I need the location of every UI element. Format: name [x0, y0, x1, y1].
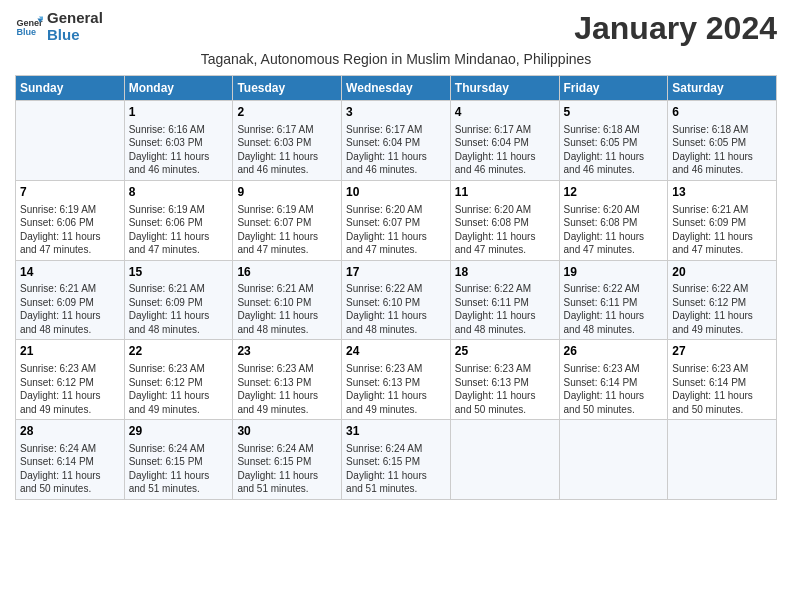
day-info: Sunrise: 6:20 AM Sunset: 6:08 PM Dayligh…	[455, 203, 555, 257]
day-cell: 14Sunrise: 6:21 AM Sunset: 6:09 PM Dayli…	[16, 260, 125, 340]
day-number: 6	[672, 104, 772, 121]
day-number: 9	[237, 184, 337, 201]
day-info: Sunrise: 6:20 AM Sunset: 6:08 PM Dayligh…	[564, 203, 664, 257]
day-cell: 9Sunrise: 6:19 AM Sunset: 6:07 PM Daylig…	[233, 180, 342, 260]
day-cell: 8Sunrise: 6:19 AM Sunset: 6:06 PM Daylig…	[124, 180, 233, 260]
week-row-1: 7Sunrise: 6:19 AM Sunset: 6:06 PM Daylig…	[16, 180, 777, 260]
day-cell: 26Sunrise: 6:23 AM Sunset: 6:14 PM Dayli…	[559, 340, 668, 420]
day-cell: 13Sunrise: 6:21 AM Sunset: 6:09 PM Dayli…	[668, 180, 777, 260]
day-number: 1	[129, 104, 229, 121]
day-info: Sunrise: 6:24 AM Sunset: 6:14 PM Dayligh…	[20, 442, 120, 496]
day-info: Sunrise: 6:16 AM Sunset: 6:03 PM Dayligh…	[129, 123, 229, 177]
day-cell: 16Sunrise: 6:21 AM Sunset: 6:10 PM Dayli…	[233, 260, 342, 340]
day-info: Sunrise: 6:18 AM Sunset: 6:05 PM Dayligh…	[564, 123, 664, 177]
day-number: 31	[346, 423, 446, 440]
day-number: 29	[129, 423, 229, 440]
day-cell: 4Sunrise: 6:17 AM Sunset: 6:04 PM Daylig…	[450, 101, 559, 181]
day-number: 18	[455, 264, 555, 281]
logo-icon: General Blue	[15, 13, 43, 41]
day-info: Sunrise: 6:17 AM Sunset: 6:04 PM Dayligh…	[346, 123, 446, 177]
day-header-tuesday: Tuesday	[233, 76, 342, 101]
day-cell: 27Sunrise: 6:23 AM Sunset: 6:14 PM Dayli…	[668, 340, 777, 420]
day-number: 7	[20, 184, 120, 201]
day-info: Sunrise: 6:21 AM Sunset: 6:09 PM Dayligh…	[129, 282, 229, 336]
day-info: Sunrise: 6:22 AM Sunset: 6:11 PM Dayligh…	[564, 282, 664, 336]
week-row-3: 21Sunrise: 6:23 AM Sunset: 6:12 PM Dayli…	[16, 340, 777, 420]
day-cell: 21Sunrise: 6:23 AM Sunset: 6:12 PM Dayli…	[16, 340, 125, 420]
day-number: 27	[672, 343, 772, 360]
day-number: 12	[564, 184, 664, 201]
day-info: Sunrise: 6:23 AM Sunset: 6:13 PM Dayligh…	[455, 362, 555, 416]
week-row-4: 28Sunrise: 6:24 AM Sunset: 6:14 PM Dayli…	[16, 420, 777, 500]
day-number: 22	[129, 343, 229, 360]
day-cell: 23Sunrise: 6:23 AM Sunset: 6:13 PM Dayli…	[233, 340, 342, 420]
calendar-subtitle: Taganak, Autonomous Region in Muslim Min…	[15, 51, 777, 67]
logo-line2: Blue	[47, 27, 103, 44]
day-number: 25	[455, 343, 555, 360]
day-cell: 20Sunrise: 6:22 AM Sunset: 6:12 PM Dayli…	[668, 260, 777, 340]
day-cell: 10Sunrise: 6:20 AM Sunset: 6:07 PM Dayli…	[342, 180, 451, 260]
day-number: 5	[564, 104, 664, 121]
svg-text:Blue: Blue	[16, 27, 36, 37]
day-number: 2	[237, 104, 337, 121]
day-cell: 19Sunrise: 6:22 AM Sunset: 6:11 PM Dayli…	[559, 260, 668, 340]
day-number: 19	[564, 264, 664, 281]
day-info: Sunrise: 6:22 AM Sunset: 6:10 PM Dayligh…	[346, 282, 446, 336]
day-cell: 12Sunrise: 6:20 AM Sunset: 6:08 PM Dayli…	[559, 180, 668, 260]
day-info: Sunrise: 6:18 AM Sunset: 6:05 PM Dayligh…	[672, 123, 772, 177]
day-header-sunday: Sunday	[16, 76, 125, 101]
day-info: Sunrise: 6:24 AM Sunset: 6:15 PM Dayligh…	[129, 442, 229, 496]
day-number: 16	[237, 264, 337, 281]
day-info: Sunrise: 6:21 AM Sunset: 6:09 PM Dayligh…	[20, 282, 120, 336]
day-cell: 3Sunrise: 6:17 AM Sunset: 6:04 PM Daylig…	[342, 101, 451, 181]
day-cell	[559, 420, 668, 500]
day-info: Sunrise: 6:23 AM Sunset: 6:12 PM Dayligh…	[20, 362, 120, 416]
day-info: Sunrise: 6:20 AM Sunset: 6:07 PM Dayligh…	[346, 203, 446, 257]
day-number: 23	[237, 343, 337, 360]
day-cell: 5Sunrise: 6:18 AM Sunset: 6:05 PM Daylig…	[559, 101, 668, 181]
day-cell: 30Sunrise: 6:24 AM Sunset: 6:15 PM Dayli…	[233, 420, 342, 500]
day-cell: 25Sunrise: 6:23 AM Sunset: 6:13 PM Dayli…	[450, 340, 559, 420]
day-info: Sunrise: 6:23 AM Sunset: 6:14 PM Dayligh…	[672, 362, 772, 416]
day-number: 8	[129, 184, 229, 201]
day-header-friday: Friday	[559, 76, 668, 101]
day-cell: 24Sunrise: 6:23 AM Sunset: 6:13 PM Dayli…	[342, 340, 451, 420]
day-number: 28	[20, 423, 120, 440]
day-info: Sunrise: 6:24 AM Sunset: 6:15 PM Dayligh…	[237, 442, 337, 496]
day-cell: 22Sunrise: 6:23 AM Sunset: 6:12 PM Dayli…	[124, 340, 233, 420]
day-number: 24	[346, 343, 446, 360]
day-number: 20	[672, 264, 772, 281]
day-info: Sunrise: 6:21 AM Sunset: 6:10 PM Dayligh…	[237, 282, 337, 336]
day-info: Sunrise: 6:21 AM Sunset: 6:09 PM Dayligh…	[672, 203, 772, 257]
day-number: 26	[564, 343, 664, 360]
logo: General Blue General Blue	[15, 10, 103, 43]
week-row-2: 14Sunrise: 6:21 AM Sunset: 6:09 PM Dayli…	[16, 260, 777, 340]
calendar-header-row: SundayMondayTuesdayWednesdayThursdayFrid…	[16, 76, 777, 101]
day-header-saturday: Saturday	[668, 76, 777, 101]
day-number: 4	[455, 104, 555, 121]
day-number: 10	[346, 184, 446, 201]
day-number: 17	[346, 264, 446, 281]
day-number: 21	[20, 343, 120, 360]
day-info: Sunrise: 6:19 AM Sunset: 6:07 PM Dayligh…	[237, 203, 337, 257]
week-row-0: 1Sunrise: 6:16 AM Sunset: 6:03 PM Daylig…	[16, 101, 777, 181]
day-cell	[668, 420, 777, 500]
day-number: 14	[20, 264, 120, 281]
day-cell: 31Sunrise: 6:24 AM Sunset: 6:15 PM Dayli…	[342, 420, 451, 500]
day-cell: 28Sunrise: 6:24 AM Sunset: 6:14 PM Dayli…	[16, 420, 125, 500]
logo-line1: General	[47, 10, 103, 27]
day-cell: 1Sunrise: 6:16 AM Sunset: 6:03 PM Daylig…	[124, 101, 233, 181]
day-cell	[450, 420, 559, 500]
day-cell: 29Sunrise: 6:24 AM Sunset: 6:15 PM Dayli…	[124, 420, 233, 500]
day-cell	[16, 101, 125, 181]
day-info: Sunrise: 6:22 AM Sunset: 6:11 PM Dayligh…	[455, 282, 555, 336]
day-cell: 18Sunrise: 6:22 AM Sunset: 6:11 PM Dayli…	[450, 260, 559, 340]
day-info: Sunrise: 6:23 AM Sunset: 6:12 PM Dayligh…	[129, 362, 229, 416]
day-header-wednesday: Wednesday	[342, 76, 451, 101]
day-info: Sunrise: 6:19 AM Sunset: 6:06 PM Dayligh…	[20, 203, 120, 257]
day-number: 13	[672, 184, 772, 201]
day-cell: 11Sunrise: 6:20 AM Sunset: 6:08 PM Dayli…	[450, 180, 559, 260]
day-info: Sunrise: 6:23 AM Sunset: 6:13 PM Dayligh…	[346, 362, 446, 416]
day-info: Sunrise: 6:17 AM Sunset: 6:04 PM Dayligh…	[455, 123, 555, 177]
month-title: January 2024	[574, 10, 777, 47]
